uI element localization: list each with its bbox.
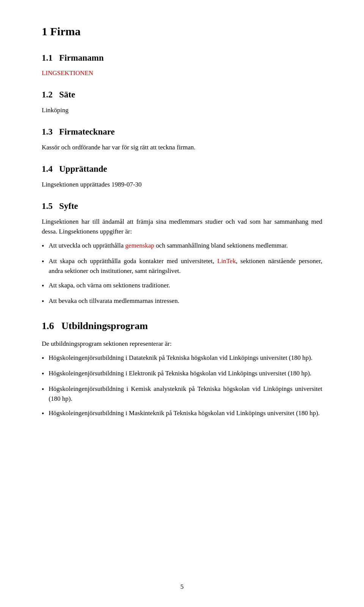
page: 1 Firma 1.1 Firmanamn LINGSEKTIONEN 1.2 …: [0, 0, 364, 607]
subsection-1-2: 1.2 Säte Linköping: [42, 88, 322, 115]
subsection-1-1: 1.1 Firmanamn LINGSEKTIONEN: [42, 51, 322, 78]
subsection-1-1-title: 1.1 Firmanamn: [42, 51, 322, 65]
bullet-icon: •: [42, 296, 44, 307]
subsection-1-3-title: 1.3 Firmatecknare: [42, 125, 322, 139]
subsection-1-5-title: 1.5 Syfte: [42, 199, 322, 213]
list-item: • Högskoleingenjörsutbildning i Maskinte…: [42, 408, 322, 419]
subsection-1-5-list: • Att utveckla och upprätthålla gemenska…: [42, 241, 322, 307]
list-item-text: Högskoleingenjörsutbildning i Kemisk ana…: [49, 384, 322, 404]
list-item: • Att utveckla och upprätthålla gemenska…: [42, 241, 322, 252]
subsection-1-6-intro: De utbildningsprogram sektionen represen…: [42, 339, 322, 349]
list-item-text: Högskoleingenjörsutbildning i Elektronik…: [49, 369, 322, 378]
section-1-title: 1 Firma: [42, 23, 322, 41]
list-item: • Högskoleingenjörsutbildning i Elektron…: [42, 369, 322, 380]
list-item: • Att skapa, och värna om sektionens tra…: [42, 281, 322, 292]
subsection-1-4-title: 1.4 Upprättande: [42, 162, 322, 176]
subsection-1-4: 1.4 Upprättande Lingsektionen upprättade…: [42, 162, 322, 190]
list-item-text: Att bevaka och tillvarata medlemmarnas i…: [49, 296, 322, 306]
bullet-icon: •: [42, 384, 44, 395]
bullet-icon: •: [42, 353, 44, 364]
list-item-text: Högskoleingenjörsutbildning i Maskintekn…: [49, 408, 322, 418]
lintek-link[interactable]: LinTek: [217, 257, 236, 265]
subsection-1-6-title: 1.6 Utbildningsprogram: [42, 318, 322, 334]
bullet-icon: •: [42, 409, 44, 419]
subsection-1-6: 1.6 Utbildningsprogram De utbildningspro…: [42, 318, 322, 419]
subsection-1-5: 1.5 Syfte Lingsektionen har till ändamål…: [42, 199, 322, 307]
bullet-icon: •: [42, 281, 44, 292]
lingsektionen-link[interactable]: LINGSEKTIONEN: [42, 69, 93, 77]
bullet-icon: •: [42, 369, 44, 380]
subsection-1-6-list: • Högskoleingenjörsutbildning i Datatekn…: [42, 353, 322, 419]
subsection-1-2-content: Linköping: [42, 105, 322, 115]
list-item: • Högskoleingenjörsutbildning i Datatekn…: [42, 353, 322, 364]
section-1: 1 Firma 1.1 Firmanamn LINGSEKTIONEN 1.2 …: [42, 23, 322, 419]
list-item: • Högskoleingenjörsutbildning i Kemisk a…: [42, 384, 322, 404]
gemenskap-link[interactable]: gemenskap: [125, 242, 154, 249]
list-item: • Att skapa och upprätthålla goda kontak…: [42, 256, 322, 276]
page-number: 5: [180, 582, 184, 592]
list-item-text: Att skapa, och värna om sektionens tradi…: [49, 281, 322, 290]
subsection-1-3: 1.3 Firmatecknare Kassör och ordförande …: [42, 125, 322, 152]
subsection-1-3-content: Kassör och ordförande har var för sig rä…: [42, 143, 322, 152]
list-item-text: Att skapa och upprätthålla goda kontakte…: [49, 256, 322, 276]
list-item-text: Att utveckla och upprätthålla gemenskap …: [49, 241, 322, 251]
bullet-icon: •: [42, 241, 44, 252]
list-item-text: Högskoleingenjörsutbildning i Datateknik…: [49, 353, 322, 363]
subsection-1-2-title: 1.2 Säte: [42, 88, 322, 102]
subsection-1-5-intro: Lingsektionen har till ändamål att främj…: [42, 217, 322, 237]
subsection-1-1-content: LINGSEKTIONEN: [42, 68, 322, 78]
subsection-1-4-content: Lingsektionen upprättades 1989-07-30: [42, 180, 322, 190]
list-item: • Att bevaka och tillvarata medlemmarnas…: [42, 296, 322, 307]
bullet-icon: •: [42, 257, 44, 267]
